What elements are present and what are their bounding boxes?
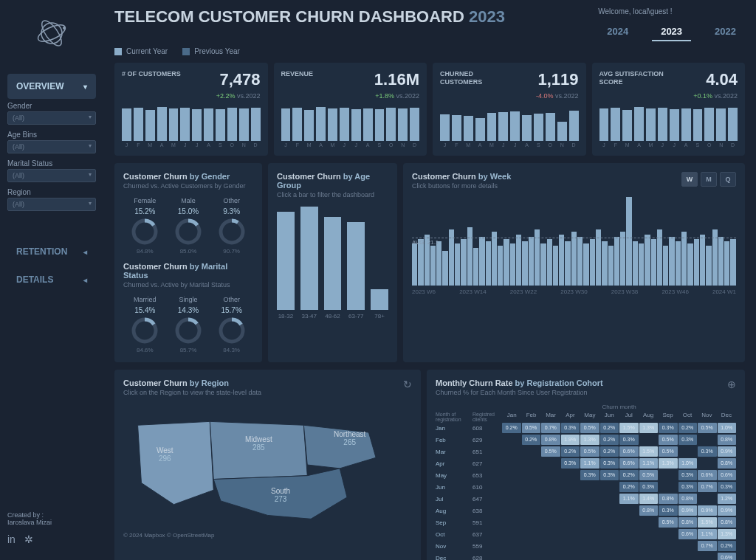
week-bar[interactable] — [498, 246, 503, 286]
map-label-midwest: Midwest285 — [245, 435, 272, 452]
refresh-icon[interactable]: ↻ — [403, 378, 412, 396]
map-label-northeast: Northeast265 — [334, 430, 365, 446]
cohort-row: Nov5590.7%0.2% — [436, 540, 736, 552]
cohort-row: Apr6270.3%1.1%0.3%0.6%1.1%1.3%1.0%0.8% — [436, 457, 736, 469]
week-btn-w[interactable]: W — [681, 172, 698, 187]
year-tab-2022[interactable]: 2022 — [706, 23, 745, 41]
donut-single[interactable]: Single14.3%85.7% — [173, 296, 203, 353]
week-bar[interactable] — [486, 241, 491, 286]
week-bar[interactable] — [436, 241, 441, 286]
year-tab-2023[interactable]: 2023 — [652, 23, 691, 41]
gender-panel: Customer Churn by Gender Churned vs. Act… — [114, 163, 262, 362]
us-map[interactable] — [123, 402, 412, 528]
age-bar-78+[interactable]: 78+ — [371, 289, 388, 319]
week-bar[interactable] — [676, 241, 681, 286]
filter-gender[interactable]: (All) — [7, 111, 96, 125]
age-bar-48-62[interactable]: 48-62 — [324, 217, 342, 319]
kpi-card-0: # OF CUSTOMERS7,478 +2.2% vs.2022 JFMAMJ… — [114, 63, 268, 156]
cohort-row: Jun6100.2%0.3%0.3%0.7%0.3% — [436, 481, 736, 493]
svg-point-1 — [35, 21, 67, 44]
donut-married[interactable]: Married15.4%84.6% — [130, 296, 159, 353]
age-bar-33-47[interactable]: 33-47 — [300, 207, 318, 319]
filter-age-bins[interactable]: (All) — [7, 140, 96, 153]
kpi-card-1: REVENUE1.16M +1.8% vs.2022 JFMAMJJASOND — [274, 63, 427, 156]
nav-retention[interactable]: RETENTION◂ — [7, 239, 96, 264]
week-btn-q[interactable]: Q — [720, 172, 736, 187]
week-bar[interactable] — [687, 243, 693, 286]
donut-female[interactable]: Female15.2%84.8% — [130, 197, 159, 255]
age-panel: Customer Churn by Age Group Click a bar … — [268, 163, 397, 362]
week-bar[interactable] — [412, 243, 417, 286]
cohort-row: Feb6290.2%0.8%1.9%1.3%0.2%0.3%0.5%0.3%0.… — [436, 434, 736, 446]
week-bar[interactable] — [706, 246, 711, 286]
logo — [33, 15, 70, 52]
filter-marital-status[interactable]: (All) — [7, 169, 96, 182]
week-bar[interactable] — [608, 246, 614, 286]
week-btn-m[interactable]: M — [701, 172, 717, 187]
kpi-card-2: CHURNED CUSTOMERS1,119 -4.0% vs.2022 JFM… — [433, 63, 586, 156]
week-bar[interactable] — [663, 246, 668, 286]
linkedin-icon[interactable]: in — [7, 533, 16, 545]
donut-other[interactable]: Other9.3%90.7% — [217, 197, 247, 255]
welcome-text: Welcome, local\guest ! — [598, 7, 745, 15]
sidebar: OVERVIEW▾Gender(All)Age Bins(All)Marital… — [0, 0, 103, 560]
week-bar[interactable] — [590, 239, 595, 286]
cohort-row: Jan6080.2%0.5%0.7%0.3%0.5%0.2%1.5%1.3%0.… — [436, 422, 736, 434]
week-bar[interactable] — [430, 246, 436, 286]
map-label-south: South273 — [271, 487, 290, 503]
week-bar[interactable] — [540, 243, 546, 286]
week-bar[interactable] — [510, 243, 515, 286]
region-panel: Customer Churn by Region Click on the Re… — [114, 370, 421, 560]
map-attribution: © 2024 Mapbox © OpenStreetMap — [123, 532, 412, 539]
credit: Created by : Iaroslava Mizai — [7, 511, 96, 526]
week-bar[interactable] — [461, 239, 466, 286]
donut-male[interactable]: Male15.0%85.0% — [173, 197, 203, 255]
week-bar[interactable] — [565, 241, 570, 286]
region-west[interactable] — [138, 421, 214, 504]
week-bar[interactable] — [442, 251, 447, 286]
week-bar[interactable] — [730, 239, 735, 286]
cohort-panel: Monthly Churn Rate by Registration Cohor… — [427, 370, 745, 560]
week-bar[interactable] — [522, 241, 527, 286]
cohort-row: Sep5910.5%0.8%1.5%0.8% — [436, 516, 736, 528]
legend: Current Year Previous Year — [114, 47, 745, 55]
filter-region[interactable]: (All) — [7, 198, 96, 211]
cohort-row: Dec6280.6% — [436, 552, 736, 560]
cohort-row: Mar6510.5%0.2%0.5%0.2%0.6%1.5%0.5%0.3%0.… — [436, 446, 736, 457]
week-avg-line: AVG: 21.1 — [412, 238, 736, 246]
legend-swatch-previous — [182, 48, 190, 55]
week-bar[interactable] — [602, 241, 607, 286]
week-bar[interactable] — [473, 248, 478, 286]
week-bar[interactable] — [467, 227, 472, 286]
kpi-card-3: AVG SUTISFACTION SCORE4.04 +0.1% vs.2022… — [592, 63, 746, 156]
donut-other[interactable]: Other15.7%84.3% — [217, 296, 247, 353]
week-bar[interactable] — [455, 243, 460, 286]
week-bar[interactable] — [694, 239, 699, 286]
main-content: TELECOM CUSTOMER CHURN DASHBOARD 2023 We… — [103, 0, 756, 560]
cohort-row: Aug6380.8%0.3%0.9%0.9%0.9% — [436, 505, 736, 516]
cohort-row: May6530.3%0.3%0.2%0.5%0.3%0.6%0.6% — [436, 469, 736, 481]
week-bar[interactable] — [633, 241, 638, 286]
week-bar[interactable] — [724, 241, 729, 286]
week-bar[interactable] — [553, 246, 558, 286]
week-bar[interactable] — [639, 243, 644, 286]
page-title: TELECOM CUSTOMER CHURN DASHBOARD 2023 — [114, 7, 505, 27]
nav-overview[interactable]: OVERVIEW▾ — [7, 74, 96, 99]
map-label-west: West296 — [157, 446, 173, 463]
svg-point-3 — [63, 27, 66, 30]
week-bar[interactable] — [418, 239, 423, 286]
svg-point-8 — [221, 221, 243, 243]
year-tab-2024[interactable]: 2024 — [598, 23, 637, 41]
week-panel: Customer Churn by Week Click buttons for… — [403, 163, 745, 362]
tableau-icon[interactable]: ✲ — [24, 533, 33, 545]
zoom-icon[interactable]: ⊕ — [727, 378, 736, 396]
week-bar[interactable] — [504, 239, 509, 286]
nav-details[interactable]: DETAILS◂ — [7, 267, 96, 292]
week-bar[interactable] — [547, 239, 552, 286]
week-bar[interactable] — [583, 243, 588, 286]
week-bar[interactable] — [651, 239, 656, 286]
age-bar-63-77[interactable]: 63-77 — [347, 222, 365, 319]
legend-swatch-current — [114, 48, 122, 55]
year-tabs: 202420232022 — [598, 23, 745, 41]
age-bar-18-32[interactable]: 18-32 — [277, 212, 295, 319]
